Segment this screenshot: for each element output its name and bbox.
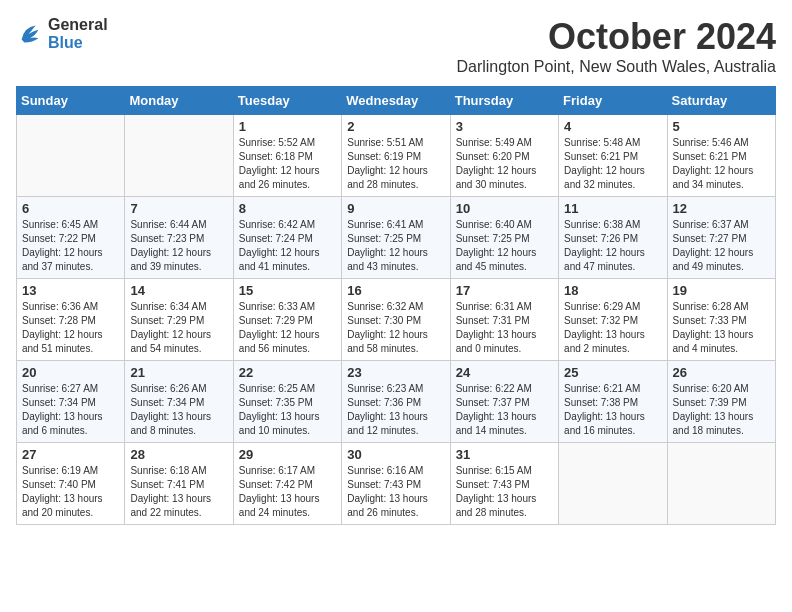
table-row: 2 Sunrise: 5:51 AM Sunset: 6:19 PM Dayli… — [342, 115, 450, 197]
day-info: Sunrise: 6:45 AM Sunset: 7:22 PM Dayligh… — [22, 218, 119, 274]
table-row: 27 Sunrise: 6:19 AM Sunset: 7:40 PM Dayl… — [17, 443, 125, 525]
sunset-text: Sunset: 6:21 PM — [673, 151, 747, 162]
table-row: 17 Sunrise: 6:31 AM Sunset: 7:31 PM Dayl… — [450, 279, 558, 361]
calendar-week-row: 20 Sunrise: 6:27 AM Sunset: 7:34 PM Dayl… — [17, 361, 776, 443]
daylight-text: Daylight: 12 hours and 54 minutes. — [130, 329, 211, 354]
sunrise-text: Sunrise: 6:41 AM — [347, 219, 423, 230]
sunset-text: Sunset: 6:20 PM — [456, 151, 530, 162]
table-row: 7 Sunrise: 6:44 AM Sunset: 7:23 PM Dayli… — [125, 197, 233, 279]
day-info: Sunrise: 6:27 AM Sunset: 7:34 PM Dayligh… — [22, 382, 119, 438]
day-number: 2 — [347, 119, 444, 134]
daylight-text: Daylight: 12 hours and 30 minutes. — [456, 165, 537, 190]
day-number: 10 — [456, 201, 553, 216]
day-info: Sunrise: 6:29 AM Sunset: 7:32 PM Dayligh… — [564, 300, 661, 356]
sunset-text: Sunset: 7:27 PM — [673, 233, 747, 244]
table-row: 4 Sunrise: 5:48 AM Sunset: 6:21 PM Dayli… — [559, 115, 667, 197]
page-header: General Blue October 2024 Darlington Poi… — [16, 16, 776, 76]
sunrise-text: Sunrise: 6:45 AM — [22, 219, 98, 230]
sunset-text: Sunset: 7:35 PM — [239, 397, 313, 408]
day-info: Sunrise: 6:41 AM Sunset: 7:25 PM Dayligh… — [347, 218, 444, 274]
sunrise-text: Sunrise: 5:49 AM — [456, 137, 532, 148]
day-number: 12 — [673, 201, 770, 216]
sunrise-text: Sunrise: 6:23 AM — [347, 383, 423, 394]
day-info: Sunrise: 6:21 AM Sunset: 7:38 PM Dayligh… — [564, 382, 661, 438]
day-number: 16 — [347, 283, 444, 298]
daylight-text: Daylight: 12 hours and 26 minutes. — [239, 165, 320, 190]
sunset-text: Sunset: 7:36 PM — [347, 397, 421, 408]
table-row: 3 Sunrise: 5:49 AM Sunset: 6:20 PM Dayli… — [450, 115, 558, 197]
sunrise-text: Sunrise: 6:28 AM — [673, 301, 749, 312]
daylight-text: Daylight: 13 hours and 10 minutes. — [239, 411, 320, 436]
daylight-text: Daylight: 13 hours and 16 minutes. — [564, 411, 645, 436]
sunrise-text: Sunrise: 6:26 AM — [130, 383, 206, 394]
table-row: 30 Sunrise: 6:16 AM Sunset: 7:43 PM Dayl… — [342, 443, 450, 525]
sunrise-text: Sunrise: 6:29 AM — [564, 301, 640, 312]
sunrise-text: Sunrise: 6:31 AM — [456, 301, 532, 312]
daylight-text: Daylight: 12 hours and 45 minutes. — [456, 247, 537, 272]
logo-icon — [16, 20, 44, 48]
table-row — [17, 115, 125, 197]
daylight-text: Daylight: 13 hours and 6 minutes. — [22, 411, 103, 436]
daylight-text: Daylight: 13 hours and 4 minutes. — [673, 329, 754, 354]
daylight-text: Daylight: 12 hours and 58 minutes. — [347, 329, 428, 354]
day-info: Sunrise: 5:51 AM Sunset: 6:19 PM Dayligh… — [347, 136, 444, 192]
sunrise-text: Sunrise: 6:27 AM — [22, 383, 98, 394]
daylight-text: Daylight: 13 hours and 24 minutes. — [239, 493, 320, 518]
day-info: Sunrise: 5:52 AM Sunset: 6:18 PM Dayligh… — [239, 136, 336, 192]
sunset-text: Sunset: 7:29 PM — [239, 315, 313, 326]
day-info: Sunrise: 6:16 AM Sunset: 7:43 PM Dayligh… — [347, 464, 444, 520]
table-row: 11 Sunrise: 6:38 AM Sunset: 7:26 PM Dayl… — [559, 197, 667, 279]
day-number: 28 — [130, 447, 227, 462]
day-info: Sunrise: 5:48 AM Sunset: 6:21 PM Dayligh… — [564, 136, 661, 192]
sunrise-text: Sunrise: 5:46 AM — [673, 137, 749, 148]
sunset-text: Sunset: 7:43 PM — [347, 479, 421, 490]
daylight-text: Daylight: 12 hours and 43 minutes. — [347, 247, 428, 272]
daylight-text: Daylight: 13 hours and 18 minutes. — [673, 411, 754, 436]
day-info: Sunrise: 5:46 AM Sunset: 6:21 PM Dayligh… — [673, 136, 770, 192]
table-row: 29 Sunrise: 6:17 AM Sunset: 7:42 PM Dayl… — [233, 443, 341, 525]
day-info: Sunrise: 6:22 AM Sunset: 7:37 PM Dayligh… — [456, 382, 553, 438]
sunset-text: Sunset: 7:24 PM — [239, 233, 313, 244]
table-row: 6 Sunrise: 6:45 AM Sunset: 7:22 PM Dayli… — [17, 197, 125, 279]
sunset-text: Sunset: 7:34 PM — [22, 397, 96, 408]
sunrise-text: Sunrise: 6:16 AM — [347, 465, 423, 476]
sunrise-text: Sunrise: 6:17 AM — [239, 465, 315, 476]
day-info: Sunrise: 6:44 AM Sunset: 7:23 PM Dayligh… — [130, 218, 227, 274]
sunset-text: Sunset: 7:30 PM — [347, 315, 421, 326]
day-info: Sunrise: 6:38 AM Sunset: 7:26 PM Dayligh… — [564, 218, 661, 274]
day-number: 21 — [130, 365, 227, 380]
sunset-text: Sunset: 7:22 PM — [22, 233, 96, 244]
day-number: 20 — [22, 365, 119, 380]
title-area: October 2024 Darlington Point, New South… — [456, 16, 776, 76]
month-title: October 2024 — [456, 16, 776, 58]
day-number: 3 — [456, 119, 553, 134]
calendar-week-row: 27 Sunrise: 6:19 AM Sunset: 7:40 PM Dayl… — [17, 443, 776, 525]
table-row: 16 Sunrise: 6:32 AM Sunset: 7:30 PM Dayl… — [342, 279, 450, 361]
day-number: 24 — [456, 365, 553, 380]
sunset-text: Sunset: 7:33 PM — [673, 315, 747, 326]
table-row: 31 Sunrise: 6:15 AM Sunset: 7:43 PM Dayl… — [450, 443, 558, 525]
sunset-text: Sunset: 7:29 PM — [130, 315, 204, 326]
table-row: 23 Sunrise: 6:23 AM Sunset: 7:36 PM Dayl… — [342, 361, 450, 443]
daylight-text: Daylight: 12 hours and 49 minutes. — [673, 247, 754, 272]
day-info: Sunrise: 6:19 AM Sunset: 7:40 PM Dayligh… — [22, 464, 119, 520]
day-number: 9 — [347, 201, 444, 216]
sunset-text: Sunset: 7:31 PM — [456, 315, 530, 326]
daylight-text: Daylight: 12 hours and 34 minutes. — [673, 165, 754, 190]
table-row: 26 Sunrise: 6:20 AM Sunset: 7:39 PM Dayl… — [667, 361, 775, 443]
logo: General Blue — [16, 16, 108, 52]
sunset-text: Sunset: 7:42 PM — [239, 479, 313, 490]
day-number: 11 — [564, 201, 661, 216]
table-row: 20 Sunrise: 6:27 AM Sunset: 7:34 PM Dayl… — [17, 361, 125, 443]
sunrise-text: Sunrise: 5:52 AM — [239, 137, 315, 148]
calendar-table: Sunday Monday Tuesday Wednesday Thursday… — [16, 86, 776, 525]
sunset-text: Sunset: 7:40 PM — [22, 479, 96, 490]
sunset-text: Sunset: 7:26 PM — [564, 233, 638, 244]
day-number: 22 — [239, 365, 336, 380]
table-row: 28 Sunrise: 6:18 AM Sunset: 7:41 PM Dayl… — [125, 443, 233, 525]
day-info: Sunrise: 6:32 AM Sunset: 7:30 PM Dayligh… — [347, 300, 444, 356]
day-number: 25 — [564, 365, 661, 380]
daylight-text: Daylight: 13 hours and 28 minutes. — [456, 493, 537, 518]
daylight-text: Daylight: 13 hours and 22 minutes. — [130, 493, 211, 518]
day-number: 4 — [564, 119, 661, 134]
